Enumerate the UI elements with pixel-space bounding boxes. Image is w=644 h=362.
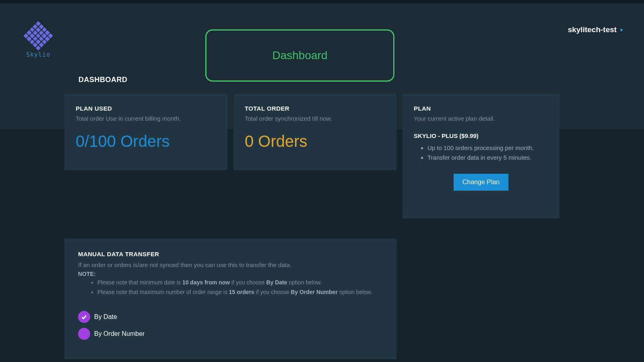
note-text: Please note that maximum number of order… bbox=[97, 289, 229, 295]
total-order-card: TOTAL ORDER Total order synchronized til… bbox=[233, 94, 396, 170]
store-selector-label: skylitech-test bbox=[568, 25, 617, 34]
manual-transfer-title: MANUAL DATA TRANSFER bbox=[78, 251, 383, 257]
plan-name: SKYLIO - PLUS ($9.99) bbox=[414, 132, 548, 139]
change-plan-button[interactable]: Change Plan bbox=[454, 174, 509, 191]
plan-card: PLAN Your current active plan detail. SK… bbox=[402, 94, 559, 218]
chevron-down-icon: ▼ bbox=[619, 27, 624, 33]
note-item: Please note that minimum date is 10 days… bbox=[97, 278, 383, 288]
radio-by-order-number[interactable]: By Order Number bbox=[78, 328, 383, 340]
radio-by-date-label: By Date bbox=[94, 313, 117, 321]
dashboard-tab[interactable]: Dashboard bbox=[205, 29, 394, 82]
plan-feature-item: Up to 100 orders processing per month. bbox=[427, 143, 548, 153]
total-order-subtitle: Total order synchronized till now. bbox=[245, 115, 385, 122]
plan-feature-item: Transfer order data in every 5 minutes. bbox=[427, 153, 548, 162]
total-order-value: 0 Orders bbox=[245, 132, 385, 150]
brand-logo[interactable]: Skylio bbox=[26, 25, 50, 58]
total-order-title: TOTAL ORDER bbox=[245, 105, 385, 112]
note-text: if you choose bbox=[254, 289, 291, 295]
manual-transfer-panel: MANUAL DATA TRANSFER If an order or orde… bbox=[64, 239, 396, 359]
radio-by-date[interactable]: By Date bbox=[78, 311, 383, 323]
note-text: Please note that minimum date is bbox=[97, 279, 182, 286]
logo-icon bbox=[23, 21, 53, 51]
note-text: option below. bbox=[338, 289, 372, 295]
note-bold: 15 orders bbox=[229, 289, 254, 295]
brand-name: Skylio bbox=[26, 51, 50, 58]
plan-used-card: PLAN USED Total order Use in current bil… bbox=[64, 94, 227, 170]
manual-transfer-desc: If an order or orders is/are not synced … bbox=[78, 261, 383, 268]
radio-dot-selected bbox=[78, 311, 90, 323]
note-bold: By Order Number bbox=[291, 289, 338, 295]
radio-dot bbox=[78, 328, 90, 340]
note-list: Please note that minimum date is 10 days… bbox=[78, 278, 383, 297]
plan-used-subtitle: Total order Use in current billing month… bbox=[76, 115, 216, 122]
plan-feature-list: Up to 100 orders processing per month. T… bbox=[414, 143, 548, 162]
plan-used-value: 0/100 Orders bbox=[76, 132, 216, 150]
check-icon bbox=[81, 314, 87, 320]
store-selector[interactable]: skylitech-test ▼ bbox=[568, 25, 624, 34]
plan-used-title: PLAN USED bbox=[76, 105, 216, 112]
note-label: NOTE: bbox=[78, 271, 383, 277]
page-title: DASHBOARD bbox=[78, 76, 128, 84]
plan-title: PLAN bbox=[414, 105, 548, 112]
plan-subtitle: Your current active plan detail. bbox=[414, 115, 548, 122]
page-body: Skylio skylitech-test ▼ Dashboard DASHBO… bbox=[0, 3, 644, 362]
note-bold: 10 days from now bbox=[182, 279, 230, 286]
note-text: option below. bbox=[287, 279, 322, 286]
window-top-strip bbox=[0, 0, 644, 3]
transfer-mode-radios: By Date By Order Number bbox=[78, 311, 383, 340]
dashboard-tab-label: Dashboard bbox=[272, 49, 328, 62]
note-text: if you choose bbox=[230, 279, 266, 286]
note-item: Please note that maximum number of order… bbox=[97, 288, 383, 297]
radio-by-order-label: By Order Number bbox=[94, 330, 144, 337]
note-bold: By Date bbox=[266, 279, 287, 286]
